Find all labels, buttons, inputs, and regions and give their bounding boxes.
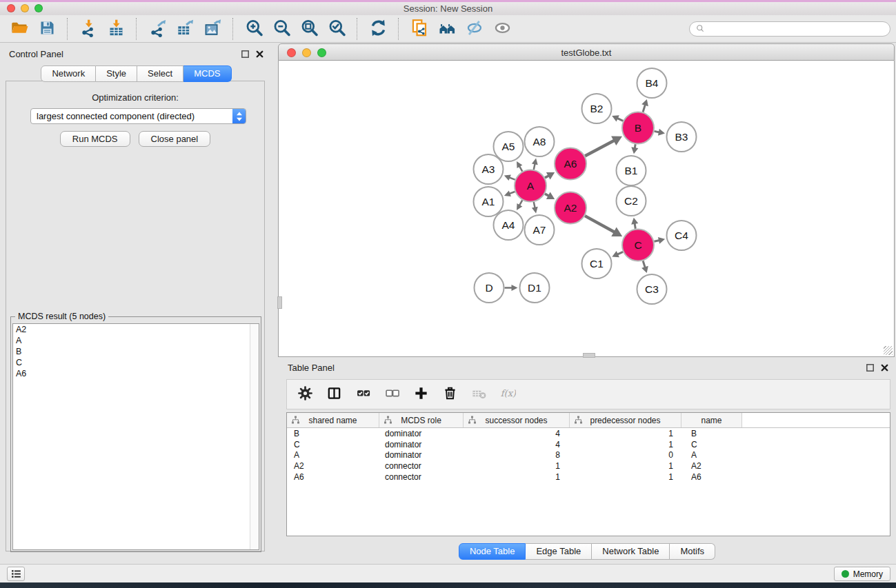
select-all-button[interactable] — [353, 384, 372, 405]
table-row[interactable]: A2connector11A2 — [287, 460, 890, 472]
network-canvas[interactable]: B4B2BB3A5A8A6B1A3AA1C2A2A4A7CC4C1C3DD1 — [278, 61, 895, 357]
graph-node-B1[interactable]: B1 — [617, 156, 646, 185]
show-all-button[interactable] — [488, 17, 516, 41]
search-input[interactable] — [708, 23, 884, 34]
graph-node-B3[interactable]: B3 — [667, 122, 697, 152]
first-neighbors-button[interactable] — [433, 17, 461, 41]
graph-node-D[interactable]: D — [475, 273, 504, 303]
network-view-window: testGlobe.txt B4B2BB3A5A8A6B1A3AA1C2A2A4… — [278, 43, 895, 357]
column-header-shared-name[interactable]: shared name — [287, 413, 379, 427]
graph-node-C3[interactable]: C3 — [637, 274, 667, 304]
float-panel-icon[interactable] — [240, 49, 250, 62]
graph-node-A3[interactable]: A3 — [474, 154, 504, 184]
network-graph[interactable]: B4B2BB3A5A8A6B1A3AA1C2A2A4A7CC4C1C3DD1 — [279, 61, 894, 356]
close-panel-icon[interactable] — [255, 49, 265, 62]
tab-edge-table[interactable]: Edge Table — [526, 543, 592, 560]
duplicate-network-button[interactable] — [406, 17, 433, 41]
hide-selected-button[interactable] — [461, 17, 488, 41]
graph-node-C2[interactable]: C2 — [617, 186, 646, 216]
task-history-button[interactable] — [7, 567, 25, 581]
add-column-button[interactable] — [411, 384, 430, 405]
search-box[interactable] — [689, 21, 890, 37]
graph-node-D1[interactable]: D1 — [520, 273, 550, 303]
open-session-button[interactable] — [6, 17, 33, 41]
graph-node-A4[interactable]: A4 — [494, 210, 524, 240]
tab-style[interactable]: Style — [96, 65, 137, 82]
export-table-button[interactable] — [171, 17, 199, 41]
window-resize-grip[interactable] — [884, 346, 893, 355]
zoom-selected-icon — [328, 19, 346, 39]
mcds-result-list[interactable]: A2ABCA6 — [12, 323, 259, 550]
splitter-handle-vertical[interactable] — [277, 296, 282, 309]
graph-node-B2[interactable]: B2 — [582, 94, 612, 123]
graph-node-A1[interactable]: A1 — [474, 187, 504, 216]
graph-node-A[interactable]: A — [515, 170, 546, 202]
tab-mcds[interactable]: MCDS — [183, 65, 231, 82]
close-table-panel-icon[interactable] — [879, 363, 890, 376]
column-label: MCDS role — [401, 416, 441, 425]
edge-A6-B[interactable] — [585, 139, 616, 156]
memory-button[interactable]: Memory — [834, 567, 890, 581]
zoom-out-button[interactable] — [268, 17, 295, 41]
dropdown-stepper-icon — [232, 109, 246, 123]
table-row[interactable]: Cdominator41C — [287, 439, 890, 450]
import-table-button[interactable] — [102, 17, 130, 41]
zoom-selected-button[interactable] — [323, 17, 350, 41]
run-mcds-button[interactable]: Run MCDS — [60, 131, 130, 147]
zoom-fit-button[interactable] — [295, 17, 323, 41]
table-row[interactable]: Bdominator41B — [287, 428, 890, 439]
deselect-all-button[interactable] — [382, 384, 401, 405]
refresh-button[interactable] — [364, 17, 392, 41]
graph-node-A6[interactable]: A6 — [555, 148, 586, 180]
mcds-panel: Optimization criterion: largest connecte… — [6, 81, 265, 551]
close-panel-button[interactable]: Close panel — [139, 131, 211, 147]
edge-arrowhead — [658, 129, 665, 136]
table-cell: 1 — [570, 440, 681, 449]
graph-node-C1[interactable]: C1 — [582, 249, 612, 278]
application-window: Session: New Session Control Panel Netwo… — [0, 0, 896, 588]
result-scrollbar[interactable] — [250, 324, 259, 549]
edge-A2-C[interactable] — [585, 216, 617, 233]
search-icon — [695, 23, 706, 34]
tab-network[interactable]: Network — [41, 65, 96, 82]
result-item: A — [13, 335, 259, 346]
graph-node-B[interactable]: B — [622, 112, 654, 144]
save-session-button[interactable] — [33, 17, 61, 41]
node-label: A7 — [533, 224, 546, 236]
float-table-panel-icon[interactable] — [865, 363, 875, 376]
import-network-button[interactable] — [74, 17, 102, 41]
optimization-criterion-select[interactable]: largest connected component (directed) — [30, 108, 246, 124]
svg-text:f(x): f(x) — [500, 388, 515, 398]
tab-motifs[interactable]: Motifs — [670, 543, 715, 560]
graph-node-A7[interactable]: A7 — [525, 215, 555, 245]
settings-button[interactable] — [295, 384, 315, 405]
graph-node-C[interactable]: C — [622, 230, 654, 261]
graph-node-A8[interactable]: A8 — [525, 127, 555, 156]
splitter-handle-horizontal[interactable] — [583, 353, 595, 358]
graph-node-C4[interactable]: C4 — [667, 221, 697, 250]
graph-node-B4[interactable]: B4 — [637, 68, 667, 98]
table-row[interactable]: Adominator80A — [287, 449, 890, 460]
graph-node-A5[interactable]: A5 — [494, 132, 524, 161]
edge-arrowhead — [641, 266, 648, 273]
delete-column-button[interactable] — [440, 384, 459, 405]
export-network-button[interactable] — [143, 17, 171, 41]
edge-arrowhead — [532, 207, 538, 214]
main-titlebar[interactable]: Session: New Session — [0, 2, 896, 16]
tab-node-table[interactable]: Node Table — [459, 543, 526, 560]
column-visibility-button[interactable] — [324, 384, 344, 405]
column-header-name[interactable]: name — [681, 413, 742, 427]
table-cell: B — [287, 429, 379, 438]
export-image-button[interactable] — [199, 17, 226, 41]
column-header-successor-nodes[interactable]: successor nodes — [464, 413, 570, 427]
zoom-in-button[interactable] — [240, 17, 268, 41]
network-window-titlebar[interactable]: testGlobe.txt — [278, 43, 895, 61]
tab-network-table[interactable]: Network Table — [592, 543, 670, 560]
export-network-icon — [148, 19, 167, 39]
graph-node-A2[interactable]: A2 — [555, 192, 586, 224]
column-type-icon — [574, 416, 583, 425]
tab-select[interactable]: Select — [137, 65, 183, 82]
table-row[interactable]: A6connector11A6 — [287, 472, 890, 483]
column-header-predecessor-nodes[interactable]: predecessor nodes — [570, 413, 681, 427]
column-header-mcds-role[interactable]: MCDS role — [379, 413, 464, 427]
